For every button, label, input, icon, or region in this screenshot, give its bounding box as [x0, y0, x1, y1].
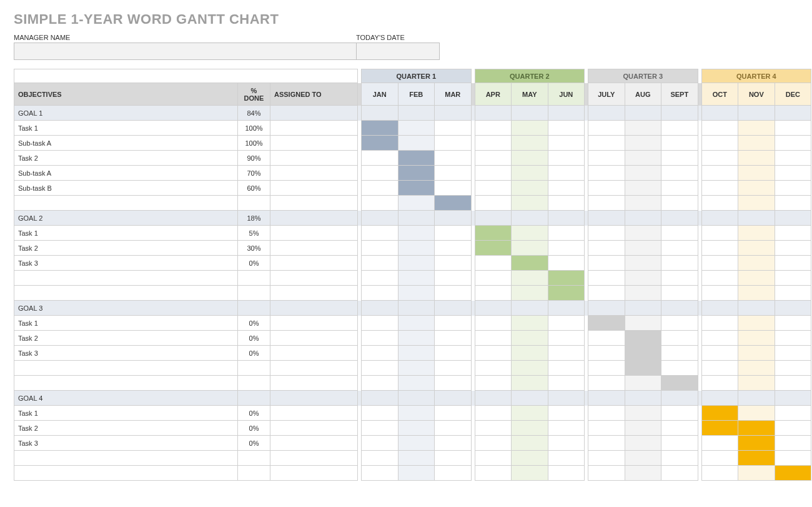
gantt-cell[interactable]	[512, 136, 548, 151]
gantt-cell[interactable]	[475, 256, 512, 271]
gantt-cell[interactable]	[738, 331, 775, 346]
gantt-cell[interactable]	[475, 436, 512, 451]
gantt-cell[interactable]	[548, 181, 585, 196]
pct-cell[interactable]: 100%	[238, 136, 270, 151]
gantt-cell[interactable]	[475, 151, 512, 166]
pct-cell[interactable]: 60%	[238, 181, 270, 196]
gantt-cell[interactable]	[475, 271, 512, 286]
gantt-cell[interactable]	[512, 466, 548, 481]
gantt-cell[interactable]	[775, 466, 811, 481]
pct-cell[interactable]: 70%	[238, 166, 270, 181]
gantt-cell[interactable]	[435, 436, 472, 451]
gantt-cell[interactable]	[775, 376, 811, 391]
gantt-cell[interactable]	[548, 316, 585, 331]
assigned-cell[interactable]	[270, 166, 358, 181]
pct-cell[interactable]	[238, 451, 270, 466]
gantt-cell[interactable]	[701, 196, 738, 211]
gantt-cell[interactable]	[625, 421, 661, 436]
gantt-cell[interactable]	[775, 421, 811, 436]
gantt-cell[interactable]	[548, 406, 585, 421]
gantt-cell[interactable]	[548, 211, 585, 226]
gantt-cell[interactable]	[661, 436, 698, 451]
gantt-cell[interactable]	[775, 151, 811, 166]
gantt-cell[interactable]	[625, 136, 661, 151]
gantt-cell[interactable]	[512, 421, 548, 436]
pct-cell[interactable]	[238, 376, 270, 391]
gantt-cell[interactable]	[588, 301, 625, 316]
gantt-cell[interactable]	[512, 316, 548, 331]
gantt-cell[interactable]	[738, 226, 775, 241]
gantt-cell[interactable]	[588, 196, 625, 211]
pct-cell[interactable]: 84%	[238, 106, 270, 121]
assigned-cell[interactable]	[270, 136, 358, 151]
objective-cell[interactable]: GOAL 3	[14, 301, 238, 316]
objective-cell[interactable]: GOAL 4	[14, 391, 238, 406]
gantt-cell[interactable]	[588, 316, 625, 331]
gantt-cell[interactable]	[701, 166, 738, 181]
gantt-cell[interactable]	[701, 241, 738, 256]
gantt-cell[interactable]	[362, 421, 399, 436]
gantt-cell[interactable]	[661, 451, 698, 466]
gantt-cell[interactable]	[362, 361, 399, 376]
gantt-cell[interactable]	[775, 286, 811, 301]
gantt-cell[interactable]	[512, 211, 548, 226]
gantt-cell[interactable]	[701, 361, 738, 376]
gantt-cell[interactable]	[475, 421, 512, 436]
gantt-cell[interactable]	[362, 151, 399, 166]
gantt-cell[interactable]	[435, 271, 472, 286]
objective-cell[interactable]: GOAL 1	[14, 106, 238, 121]
gantt-cell[interactable]	[548, 421, 585, 436]
gantt-cell[interactable]	[512, 241, 548, 256]
gantt-cell[interactable]	[661, 241, 698, 256]
gantt-cell[interactable]	[475, 376, 512, 391]
gantt-cell[interactable]	[588, 331, 625, 346]
gantt-cell[interactable]	[701, 211, 738, 226]
gantt-cell[interactable]	[661, 376, 698, 391]
gantt-cell[interactable]	[588, 256, 625, 271]
gantt-cell[interactable]	[512, 391, 548, 406]
gantt-cell[interactable]	[661, 181, 698, 196]
gantt-cell[interactable]	[625, 241, 661, 256]
gantt-cell[interactable]	[398, 151, 435, 166]
pct-cell[interactable]	[238, 391, 270, 406]
gantt-cell[interactable]	[435, 421, 472, 436]
gantt-cell[interactable]	[588, 241, 625, 256]
gantt-cell[interactable]	[625, 346, 661, 361]
pct-cell[interactable]: 0%	[238, 346, 270, 361]
assigned-cell[interactable]	[270, 181, 358, 196]
gantt-cell[interactable]	[588, 211, 625, 226]
gantt-cell[interactable]	[548, 286, 585, 301]
gantt-cell[interactable]	[738, 286, 775, 301]
manager-input[interactable]	[14, 43, 356, 60]
gantt-cell[interactable]	[548, 271, 585, 286]
gantt-cell[interactable]	[775, 331, 811, 346]
assigned-cell[interactable]	[270, 466, 358, 481]
gantt-cell[interactable]	[701, 376, 738, 391]
gantt-cell[interactable]	[398, 346, 435, 361]
gantt-cell[interactable]	[398, 226, 435, 241]
gantt-cell[interactable]	[475, 286, 512, 301]
gantt-cell[interactable]	[475, 451, 512, 466]
gantt-cell[interactable]	[475, 181, 512, 196]
gantt-cell[interactable]	[625, 406, 661, 421]
gantt-cell[interactable]	[738, 421, 775, 436]
gantt-cell[interactable]	[398, 271, 435, 286]
gantt-cell[interactable]	[362, 271, 399, 286]
gantt-cell[interactable]	[625, 151, 661, 166]
gantt-cell[interactable]	[738, 181, 775, 196]
assigned-cell[interactable]	[270, 286, 358, 301]
gantt-cell[interactable]	[625, 316, 661, 331]
gantt-cell[interactable]	[475, 406, 512, 421]
gantt-cell[interactable]	[775, 301, 811, 316]
gantt-cell[interactable]	[588, 181, 625, 196]
gantt-cell[interactable]	[512, 346, 548, 361]
objective-cell[interactable]	[14, 466, 238, 481]
gantt-cell[interactable]	[398, 301, 435, 316]
gantt-cell[interactable]	[435, 466, 472, 481]
gantt-cell[interactable]	[701, 286, 738, 301]
gantt-cell[interactable]	[738, 106, 775, 121]
gantt-cell[interactable]	[475, 166, 512, 181]
objective-cell[interactable]: Task 2	[14, 151, 238, 166]
gantt-cell[interactable]	[435, 301, 472, 316]
objective-cell[interactable]: Sub-task A	[14, 166, 238, 181]
